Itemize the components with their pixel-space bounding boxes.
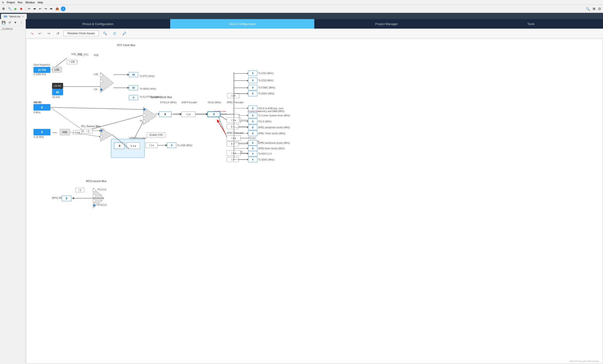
apb2-periph-label: APB2 peripheral clocks (MHz) xyxy=(258,142,290,144)
sys-radio-hsi-dot xyxy=(143,108,145,110)
tab-tools[interactable]: Tools xyxy=(459,19,603,29)
tab-clock[interactable]: Clock Configuration xyxy=(170,19,315,29)
red-arrow-hclk xyxy=(217,120,226,134)
tab-project-manager[interactable]: Project Manager xyxy=(314,19,459,29)
apb1-select-val: / 1 ▾ xyxy=(232,119,236,122)
sdio-top-val: 8 xyxy=(252,92,254,95)
pll-val: 4 xyxy=(118,144,120,148)
fsmc-val: 8 xyxy=(252,86,254,89)
mco-radio-sysclk-dot xyxy=(93,204,95,206)
toolbar-btn-9[interactable]: ➡ xyxy=(49,6,54,11)
i2s3-label: To I2S3 (MHz) xyxy=(258,79,274,82)
toolbar-btn-6[interactable]: ⬅ xyxy=(32,6,37,11)
to-iwdg-label: To IWDG (KHz) xyxy=(140,88,156,90)
menu-help[interactable]: Help xyxy=(36,1,45,4)
lsirc-unit: 40 KHz xyxy=(52,96,60,98)
pll-x2-val: X 2 ▾ xyxy=(131,145,136,147)
usb-val: 8 xyxy=(171,144,172,147)
mco-radio-hse[interactable] xyxy=(93,199,96,202)
div128-value: / 128 xyxy=(70,61,75,63)
sys-radio-pll[interactable] xyxy=(143,120,146,123)
toolbar-btn-4[interactable]: ⏺ xyxy=(19,6,24,11)
toolbar-info[interactable]: i xyxy=(61,6,66,11)
i2s3-val: 8 xyxy=(252,79,254,82)
hsirc-label: HSI RC xyxy=(34,101,42,104)
tab-pinout[interactable]: Pinout & Configuration xyxy=(26,19,170,29)
hse-unit: 4-16 MHz xyxy=(34,136,44,138)
side-refresh-btn[interactable]: ↺ xyxy=(7,20,12,25)
usb-pre-sel-val: / 1 ▾ xyxy=(150,144,154,147)
hclk-ahb-label: HCLK to AHB bus, core, xyxy=(258,107,284,110)
hse-input-value: 8 xyxy=(41,130,43,134)
hse-rtc-mux-label: HSE xyxy=(94,54,99,57)
sys-radio-hse[interactable] xyxy=(143,114,146,117)
side-filter-btn[interactable]: ▼ xyxy=(13,20,18,25)
iwdg-val: 40 xyxy=(132,86,135,89)
input-freq-lse-label: Input frequency xyxy=(34,63,50,66)
lsirc-text: LSI RC xyxy=(54,85,61,87)
toolbar-btn-2[interactable]: 🔧 xyxy=(7,6,13,11)
menu-project[interactable]: Project xyxy=(5,1,16,4)
hclk-ahb-label2: memory and DMA (MHz) xyxy=(258,110,284,113)
cortex-label: To Cortex System timer (MHz) xyxy=(258,114,290,117)
redo-btn[interactable]: ↪ xyxy=(45,30,52,36)
toolbar-grid[interactable]: ⊞ xyxy=(591,6,597,11)
sdio-div2-val: / 2 xyxy=(231,158,234,161)
sdio-bot-val: 4 xyxy=(252,158,254,161)
i2s2-label: To I2S2 (MHz) xyxy=(258,72,274,75)
cortex-div1-val: / 1 ▾ xyxy=(231,94,236,97)
fli-val: 8 xyxy=(133,96,134,99)
clock-diagram-svg: RTC Clock Mux System Clock Mux PLL Sourc… xyxy=(26,39,356,254)
toolbar-btn-5[interactable]: ✂ xyxy=(27,6,32,11)
side-save-btn[interactable]: 💾 xyxy=(0,20,7,25)
hse-double-arrow: ⟺ xyxy=(53,131,57,134)
fit-btn[interactable]: ⊡ xyxy=(111,30,118,36)
apb1-label: APB1 Prescaler xyxy=(227,101,244,104)
rtc-radio-lse[interactable] xyxy=(100,80,103,83)
adc-label: To ADC1,2,3 xyxy=(258,153,272,155)
undo-btn[interactable]: ↩ xyxy=(36,30,43,36)
usb-out-label: To USB (MHz) xyxy=(177,144,192,147)
toolbar-btn-1[interactable]: ⚙ xyxy=(1,6,6,11)
sysclk-val: 8 xyxy=(164,113,166,116)
lse-unit-label: 0-1000 KHz xyxy=(34,73,46,76)
zoom-out-btn[interactable]: 🔎 xyxy=(120,30,128,36)
tab-close-icon[interactable]: ✕ xyxy=(22,15,24,18)
tab-demo-ioc[interactable]: MX *demo.ioc ✕ xyxy=(1,14,27,19)
hsirc-unit: 8 MHz xyxy=(34,111,41,114)
zoom-in-btn[interactable]: 🔍 xyxy=(101,30,109,36)
hse-rtc-div-text: HSE_RTC xyxy=(71,53,82,56)
side-menu-btn[interactable]: ⋮ xyxy=(19,20,24,25)
enable-css-label: Enable CSS xyxy=(150,134,163,136)
menu-h[interactable]: h xyxy=(1,1,5,4)
mco-radio-hsi[interactable] xyxy=(93,194,96,197)
rtc-mux-label: RTC Clock Mux xyxy=(117,44,135,47)
hse-block-label: HSE xyxy=(62,131,68,134)
toolbar-search[interactable]: 🔍 xyxy=(585,6,591,12)
apb2-select-val: / 1 ▾ xyxy=(232,137,236,140)
resolve-clock-btn[interactable]: Resolve Clock Issues xyxy=(63,31,99,36)
toolbar-btn-3[interactable]: ▶ xyxy=(13,6,18,11)
mco-mux-label: MCO source Mux xyxy=(86,180,107,182)
toolbar-btn-10[interactable]: 📤 xyxy=(54,6,60,11)
wire-hsi-pll-mux xyxy=(50,107,84,131)
apb1-periph-label: APB1 peripheral clocks (MHz) xyxy=(258,126,290,129)
mco-radio-pllclk[interactable] xyxy=(93,189,96,192)
apb2-label: APB2 Prescaler xyxy=(227,132,244,134)
menu-window[interactable]: Window xyxy=(24,1,36,4)
rtc-radio-hse[interactable] xyxy=(100,74,103,77)
toolbar-maximize[interactable]: ⊡ xyxy=(597,6,602,11)
to-fli-label: To FLI/TFCLK (MHz) xyxy=(140,96,162,98)
toolbar-btn-7[interactable]: ↩ xyxy=(38,6,43,11)
cortex-val: 8 xyxy=(252,114,254,117)
rtc-radio-lsi-dot xyxy=(100,89,102,91)
mco-pllclk-label: PLLCLK xyxy=(97,188,107,191)
fclk-label: FCLK (MHz) xyxy=(258,120,272,123)
nav-tabs: Pinout & Configuration Clock Configurati… xyxy=(26,19,603,29)
refresh-btn[interactable]: ↺ xyxy=(54,30,61,36)
menu-run[interactable]: Run xyxy=(16,1,24,4)
toolbar-btn-8[interactable]: ↪ xyxy=(43,6,48,11)
i2s2-val: 8 xyxy=(252,72,254,75)
apb2-periph-val: 8 xyxy=(252,141,254,144)
rtc-val: 40 xyxy=(132,73,135,76)
